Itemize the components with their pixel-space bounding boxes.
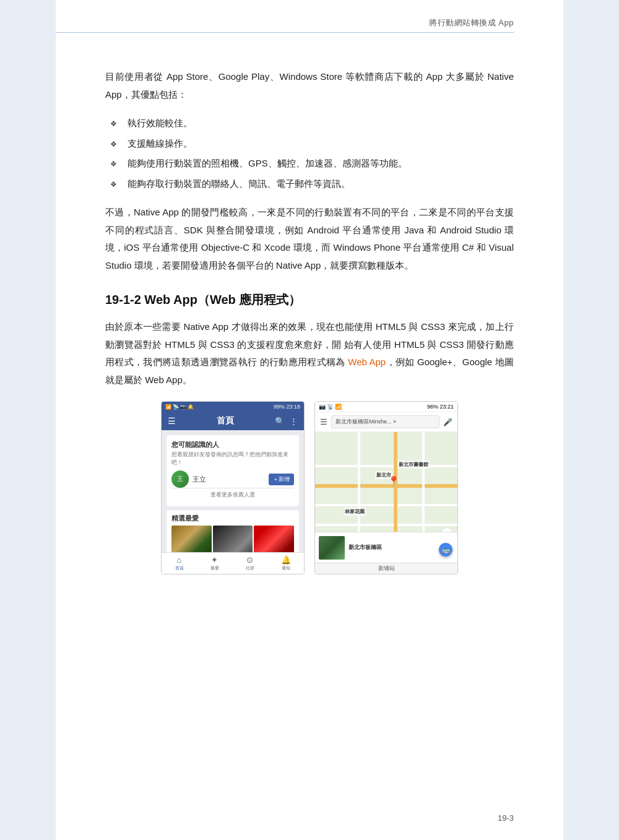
map-fab-button[interactable]: 🚌: [439, 543, 452, 556]
list-item: 能夠使用行動裝置的照相機、GPS、觸控、加速器、感測器等功能。: [105, 155, 514, 173]
map-thumb-text: 新北市板橋區: [348, 543, 382, 552]
header-title: 將行動網站轉換成 App: [429, 18, 514, 27]
battery-time-left: 99% 23:18: [274, 404, 300, 410]
friend-section-title: 您可能認識的人: [171, 440, 294, 449]
featured-images: [171, 526, 294, 552]
intro-paragraph-1: 目前使用者從 App Store、Google Play、Windows Sto…: [105, 68, 514, 103]
bell-icon: 🔔: [281, 555, 291, 565]
map-search-text: 新北市板橋區Minshe... ×: [335, 418, 396, 426]
list-item: 能夠存取行動裝置的聯絡人、簡訊、電子郵件等資訊。: [105, 175, 514, 193]
add-friend-button[interactable]: ＋新增: [269, 474, 294, 485]
map-nav-bar: ☰ 新北市板橋區Minshe... × 🎤: [315, 412, 457, 432]
see-more-link[interactable]: 查看更多推薦人選: [171, 488, 294, 501]
map-label-library: 新北市圖書館: [397, 461, 430, 469]
road-h3: [315, 524, 457, 526]
page: 將行動網站轉換成 App 目前使用者從 App Store、Google Pla…: [56, 0, 563, 840]
bottom-notify[interactable]: 🔔 通知: [281, 555, 291, 571]
featured-image-2: [213, 526, 253, 552]
bottom-favorites[interactable]: ✦ 最愛: [210, 555, 219, 571]
featured-title: 精選最愛: [171, 514, 294, 523]
map-thumbnail: 新北市板橋區: [315, 532, 457, 563]
map-label-forest: 林家花園: [344, 508, 366, 516]
more-icon[interactable]: ⋮: [290, 417, 298, 426]
phone-right-status: 📷 📡 📶 96% 23:21: [315, 402, 457, 412]
phone-left-status: 📶 📡 📷 🔔 99% 23:18: [162, 402, 304, 412]
web-app-link[interactable]: Web App: [348, 357, 386, 367]
phone-left-navbar: ☰ 首頁 🔍 ⋮: [162, 412, 304, 430]
group-icon: ⊙: [246, 555, 253, 565]
menu-icon[interactable]: ☰: [168, 416, 176, 426]
road-h2: [315, 504, 457, 506]
map-thumb-image: [319, 536, 345, 560]
road-main-h1: [315, 484, 457, 488]
featured-image-1: [171, 526, 212, 552]
phone-left-nav-icons: 🔍 ⋮: [275, 417, 298, 426]
intro-paragraph-2: 不過，Native App 的開發門檻較高，一來是不同的行動裝置有不同的平台，二…: [105, 204, 514, 274]
friend-section-sub: 想看親朋好友發發佈的訊息嗎？把他們都加進來吧！: [171, 451, 294, 467]
section-paragraph: 由於原本一些需要 Native App 才做得出來的效果，現在也能使用 HTML…: [105, 318, 514, 389]
phone-left-nav-title: 首頁: [217, 415, 234, 426]
friend-avatar: 王: [171, 470, 189, 488]
friend-card: 您可能認識的人 想看親朋好友發發佈的訊息嗎？把他們都加進來吧！ 王 王立 ＋新增…: [167, 435, 299, 506]
map-search-box[interactable]: 新北市板橋區Minshe... ×: [331, 415, 439, 428]
bottom-social[interactable]: ⊙ 社群: [246, 555, 254, 571]
bottom-home[interactable]: ⌂ 首頁: [175, 555, 184, 571]
map-menu-icon[interactable]: ☰: [320, 417, 327, 426]
friend-row: 王 王立 ＋新增: [171, 470, 294, 488]
status-icons-right: 📷 📡 📶: [319, 404, 342, 410]
map-body: 新北市 林家花園 新北市圖書館 📍 ⊕ 新北市板橋區: [315, 432, 457, 563]
list-item: 支援離線操作。: [105, 135, 514, 153]
road-h1: [315, 465, 457, 467]
battery-time-right: 96% 23:21: [427, 404, 454, 410]
map-pin: 📍: [387, 475, 400, 487]
phone-right: 📷 📡 📶 96% 23:21 ☰ 新北市板橋區Minshe... × 🎤: [314, 401, 458, 574]
map-background: 新北市 林家花園 新北市圖書館 📍 ⊕ 新北市板橋區: [315, 432, 457, 563]
phone-left-body: 您可能認識的人 想看親朋好友發發佈的訊息嗎？把他們都加進來吧！ 王 王立 ＋新增…: [162, 430, 304, 552]
page-number: 19-3: [498, 813, 514, 823]
friend-name: 王立: [193, 475, 265, 484]
home-icon: ⌂: [177, 555, 182, 565]
featured-image-3: [254, 526, 294, 552]
search-icon[interactable]: 🔍: [275, 417, 285, 426]
featured-section: 精選最愛: [167, 510, 299, 552]
section-heading: 19-1-2 Web App（Web 應用程式）: [105, 292, 514, 308]
mic-icon[interactable]: 🎤: [443, 418, 452, 426]
phone-bottom-bar: ⌂ 首頁 ✦ 最愛 ⊙ 社群 🔔 通知: [162, 552, 304, 574]
map-bottom-label: 新埔站: [315, 563, 457, 574]
star-icon: ✦: [211, 555, 218, 565]
main-content: 目前使用者從 App Store、Google Play、Windows Sto…: [105, 68, 514, 574]
phone-left: 📶 📡 📷 🔔 99% 23:18 ☰ 首頁 🔍 ⋮: [161, 401, 305, 574]
images-row: 📶 📡 📷 🔔 99% 23:18 ☰ 首頁 🔍 ⋮: [105, 401, 514, 574]
bullet-list: 執行效能較佳。支援離線操作。能夠使用行動裝置的照相機、GPS、觸控、加速器、感測…: [105, 115, 514, 193]
list-item: 執行效能較佳。: [105, 115, 514, 132]
status-icons-left: 📶 📡 📷 🔔: [165, 404, 194, 410]
page-header: 將行動網站轉換成 App: [56, 17, 514, 33]
